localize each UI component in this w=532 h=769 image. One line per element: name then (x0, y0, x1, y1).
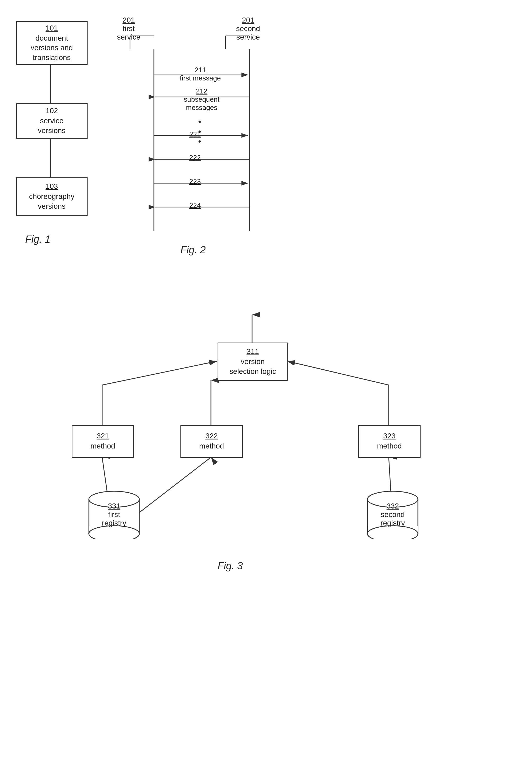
box-102-number: 102 (46, 106, 58, 115)
box-101-number: 101 (46, 24, 58, 32)
cylinder-331-label: 331 firstregistry (88, 502, 141, 527)
msg-212-number: 212 (196, 87, 207, 95)
box-323-number: 323 (383, 432, 396, 440)
msg-224: 224 (184, 201, 206, 210)
svg-line-22 (287, 361, 389, 385)
box-311-number: 311 (246, 347, 259, 356)
box-101: 101 documentversions andtranslations (16, 21, 88, 65)
box-103: 103 choreographyversions (16, 177, 88, 216)
first-service-label: 201 firstservice (111, 16, 146, 41)
box-103-number: 103 (46, 182, 58, 190)
first-service-number: 201 (123, 16, 135, 24)
fig1-label: Fig. 1 (25, 234, 50, 245)
box-322-label: method (199, 441, 224, 451)
box-102: 102 serviceversions (16, 103, 88, 139)
box-323: 323 method (358, 425, 421, 458)
box-323-label: method (377, 441, 402, 451)
msg-222: 222 (184, 153, 206, 162)
cylinder-331-number: 331 (88, 502, 141, 510)
msg-211: 211 first message (159, 66, 241, 82)
second-service-label: 201 secondservice (227, 16, 269, 41)
cylinder-332-number: 332 (366, 502, 419, 510)
cylinder-332: 332 secondregistry (366, 489, 419, 539)
cylinder-332-label: 332 secondregistry (366, 502, 419, 527)
box-103-label: choreographyversions (29, 192, 74, 211)
msg-221-number: 221 (189, 130, 201, 138)
box-102-label: serviceversions (38, 116, 66, 135)
box-321: 321 method (72, 425, 134, 458)
cylinder-331: 331 firstregistry (88, 489, 141, 539)
svg-line-19 (102, 361, 217, 385)
box-322-number: 322 (205, 432, 218, 440)
msg-223-number: 223 (189, 177, 201, 185)
fig3-label: Fig. 3 (218, 560, 243, 572)
box-322: 322 method (180, 425, 243, 458)
msg-212: 212 subsequentmessages (161, 87, 243, 112)
second-service-number: 201 (242, 16, 254, 24)
msg-222-number: 222 (189, 153, 201, 161)
box-321-number: 321 (97, 432, 109, 440)
box-311: 311 versionselection logic (218, 343, 288, 381)
svg-point-30 (89, 526, 139, 539)
msg-211-number: 211 (194, 66, 206, 74)
svg-point-35 (367, 526, 418, 539)
msg-224-number: 224 (189, 201, 201, 209)
box-321-label: method (90, 441, 115, 451)
msg-223: 223 (184, 177, 206, 185)
box-101-label: documentversions andtranslations (31, 33, 73, 62)
box-311-label: versionselection logic (230, 357, 276, 376)
msg-221: 221 (184, 130, 206, 138)
fig2-label: Fig. 2 (180, 244, 206, 256)
